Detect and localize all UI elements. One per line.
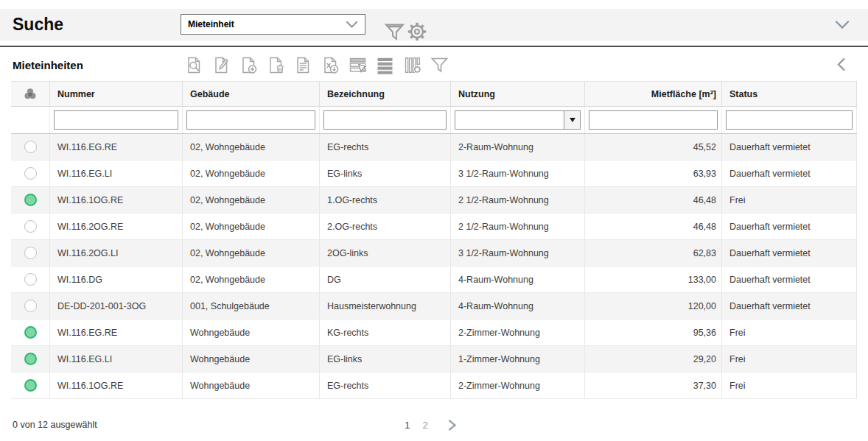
- cell-status: Dauerhaft vermietet: [722, 214, 857, 239]
- table-row[interactable]: WI.116.2OG.LI 02, Wohngebäude 2OG-links …: [11, 240, 857, 267]
- table-row[interactable]: WI.116.1OG.RE Wohngebäude EG-rechts 2-Zi…: [11, 373, 857, 399]
- table-row[interactable]: WI.116.2OG.RE 02, Wohngebäude 2.OG-recht…: [11, 214, 857, 240]
- row-status-indicator[interactable]: [24, 247, 37, 259]
- row-status-indicator[interactable]: [24, 141, 37, 153]
- row-status-indicator[interactable]: [24, 326, 37, 339]
- table-row[interactable]: WI.116.EG.RE 02, Wohngebäude EG-rechts 2…: [11, 134, 857, 160]
- cell-status: Frei: [722, 373, 857, 398]
- column-header-gebaeude[interactable]: Gebäude: [183, 82, 320, 106]
- cell-status: Dauerhaft vermietet: [722, 267, 857, 292]
- cell-bezeichnung: 2.OG-rechts: [320, 214, 451, 239]
- row-select-cell: [11, 240, 50, 266]
- cell-gebaeude: Wohngebäude: [183, 346, 320, 372]
- collapse-search-panel-button[interactable]: [834, 20, 850, 30]
- table-body: WI.116.EG.RE 02, Wohngebäude EG-rechts 2…: [11, 134, 857, 399]
- table-row[interactable]: WI.116.EG.RE Wohngebäude KG-rechts 2-Zim…: [11, 320, 857, 346]
- cell-nummer: WI.116.EG.RE: [50, 320, 183, 345]
- collapse-table-button[interactable]: [836, 57, 846, 71]
- cell-nummer: WI.116.EG.RE: [50, 134, 183, 160]
- row-select-cell: [11, 373, 50, 398]
- page-title: Suche: [13, 15, 63, 35]
- cell-bezeichnung: EG-rechts: [320, 373, 451, 398]
- table-row[interactable]: DE-DD-201-001-3OG 001, Schulgebäude Haus…: [11, 293, 857, 320]
- cell-status: Dauerhaft vermietet: [722, 293, 857, 319]
- row-status-indicator[interactable]: [24, 194, 37, 206]
- section-title: Mieteinheiten: [13, 59, 83, 71]
- entity-type-dropdown[interactable]: Mieteinheit: [181, 14, 365, 35]
- cell-status: Dauerhaft vermietet: [722, 134, 857, 160]
- filter-input-status[interactable]: [726, 110, 853, 130]
- select-rows-icon[interactable]: [346, 54, 368, 76]
- cell-status: Dauerhaft vermietet: [722, 240, 857, 266]
- filter-cell-empty: [11, 107, 50, 133]
- edit-document-icon[interactable]: [210, 54, 232, 76]
- filter-nutzung-dropdown-button[interactable]: [564, 110, 581, 130]
- cell-gebaeude: 02, Wohngebäude: [183, 160, 320, 186]
- excel-export-icon[interactable]: [319, 54, 341, 76]
- table-filter-row: [11, 107, 857, 134]
- cell-bezeichnung: Hausmeisterwohnung: [320, 293, 451, 319]
- cell-bezeichnung: 2OG-links: [320, 240, 451, 266]
- gear-icon[interactable]: [406, 21, 428, 43]
- table-filter-icon[interactable]: [428, 54, 450, 76]
- column-header-nummer[interactable]: Nummer: [50, 82, 183, 106]
- chevron-right-icon[interactable]: [447, 419, 458, 431]
- cell-bezeichnung: EG-links: [320, 346, 451, 372]
- cell-gebaeude: 02, Wohngebäude: [183, 187, 320, 213]
- row-density-icon[interactable]: [374, 54, 396, 76]
- column-header-mietflaeche[interactable]: Mietfläche [m²]: [585, 82, 722, 106]
- cell-nummer: WI.116.EG.LI: [50, 346, 183, 372]
- search-panel: Suche Mieteinheit: [0, 9, 868, 40]
- column-header-status[interactable]: Status: [722, 82, 857, 106]
- cell-mietflaeche: 120,00: [585, 293, 722, 319]
- cell-nummer: WI.116.1OG.RE: [50, 373, 183, 398]
- cell-mietflaeche: 46,48: [585, 187, 722, 213]
- cell-nummer: DE-DD-201-001-3OG: [50, 293, 183, 319]
- cell-gebaeude: 001, Schulgebäude: [183, 293, 320, 319]
- cell-bezeichnung: EG-rechts: [320, 134, 451, 160]
- filter-input-nummer[interactable]: [54, 110, 178, 130]
- page-button-2[interactable]: 2: [423, 420, 429, 431]
- report-document-icon[interactable]: [292, 54, 314, 76]
- row-select-cell: [11, 293, 50, 319]
- table-row[interactable]: WI.116.EG.LI 02, Wohngebäude EG-links 3 …: [11, 160, 857, 187]
- row-status-indicator[interactable]: [24, 379, 37, 392]
- filter-input-bezeichnung[interactable]: [323, 110, 447, 130]
- row-select-cell: [11, 346, 50, 372]
- table-row[interactable]: WI.116.1OG.RE 02, Wohngebäude 1.OG-recht…: [11, 187, 857, 214]
- row-status-indicator[interactable]: [24, 353, 37, 365]
- cell-gebaeude: 02, Wohngebäude: [183, 214, 320, 239]
- cell-nummer: WI.116.2OG.RE: [50, 214, 183, 239]
- cell-mietflaeche: 37,30: [585, 373, 722, 398]
- mieteinheiten-table: Nummer Gebäude Bezeichnung Nutzung Mietf…: [11, 81, 857, 399]
- cell-mietflaeche: 95,36: [585, 320, 722, 345]
- cell-nutzung: 4-Raum-Wohnung: [451, 293, 585, 319]
- column-settings-icon[interactable]: [401, 54, 423, 76]
- cell-nutzung: 2 1/2-Raum-Wohnung: [451, 187, 585, 213]
- column-header-bezeichnung[interactable]: Bezeichnung: [320, 82, 451, 106]
- delete-document-icon[interactable]: [265, 54, 287, 76]
- preview-document-icon[interactable]: [183, 54, 205, 76]
- add-document-icon[interactable]: [237, 54, 259, 76]
- row-status-indicator[interactable]: [24, 220, 37, 233]
- filter-input-mietflaeche[interactable]: [589, 110, 718, 130]
- page-button-1[interactable]: 1: [405, 420, 410, 431]
- table-toolbar: [183, 54, 450, 76]
- filter-input-gebaeude[interactable]: [186, 110, 315, 130]
- filter-input-nutzung[interactable]: [455, 110, 564, 130]
- row-select-cell: [11, 187, 50, 213]
- cell-nummer: WI.116.2OG.LI: [50, 240, 183, 266]
- row-select-cell: [11, 320, 50, 345]
- section-divider: [0, 46, 868, 47]
- table-row[interactable]: WI.116.EG.LI Wohngebäude EG-links 1-Zimm…: [11, 346, 857, 373]
- funnel-icon[interactable]: [384, 22, 405, 42]
- column-header-nutzung[interactable]: Nutzung: [451, 82, 585, 106]
- cell-nutzung: 3 1/2-Raum-Wohnung: [451, 160, 585, 186]
- row-status-indicator[interactable]: [24, 273, 37, 286]
- row-status-indicator[interactable]: [24, 167, 37, 180]
- row-status-indicator[interactable]: [24, 300, 37, 312]
- cell-status: Dauerhaft vermietet: [722, 160, 857, 186]
- cell-nutzung: 1-Zimmer-Wohnung: [451, 346, 585, 372]
- table-row[interactable]: WI.116.DG 02, Wohngebäude DG 4-Raum-Wohn…: [11, 267, 857, 293]
- cell-gebaeude: 02, Wohngebäude: [183, 134, 320, 160]
